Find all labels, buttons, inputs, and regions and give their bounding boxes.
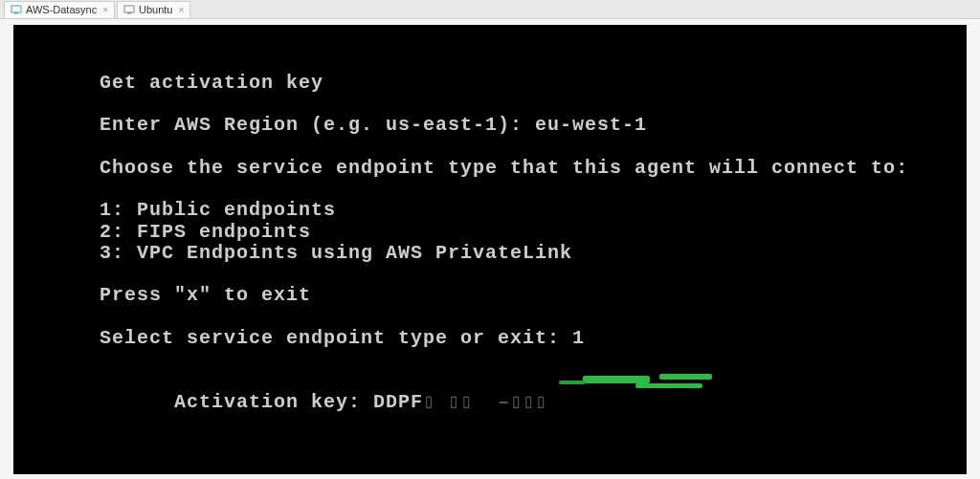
region-prompt: Enter AWS Region (e.g. us-east-1): — [100, 114, 535, 136]
close-icon[interactable]: × — [102, 5, 108, 15]
endpoint-prompt: Choose the service endpoint type that th… — [100, 158, 967, 179]
terminal-title: Get activation key — [100, 73, 967, 94]
tab-bar: AWS-Datasync × Ubuntu × — [0, 0, 980, 19]
svg-rect-3 — [127, 12, 131, 14]
activation-key-redacted: ▯ ▯▯ –▯▯▯ — [423, 391, 547, 413]
select-value: 1 — [572, 327, 585, 349]
region-line: Enter AWS Region (e.g. us-east-1): eu-we… — [100, 115, 967, 136]
option-3: 3: VPC Endpoints using AWS PrivateLink — [100, 243, 967, 264]
redaction-smear-icon — [659, 374, 712, 380]
tab-aws-datasync[interactable]: AWS-Datasync × — [4, 1, 115, 18]
svg-rect-0 — [11, 6, 21, 12]
redaction-smear-icon — [635, 383, 702, 388]
redaction-smear-icon — [583, 376, 650, 383]
activation-key-line: Activation key: DDPF▯ ▯▯ –▯▯▯ — [100, 370, 967, 474]
activation-key-label: Activation key: — [174, 391, 373, 413]
close-icon[interactable]: × — [179, 5, 185, 15]
tab-label: Ubuntu — [139, 4, 172, 15]
terminal[interactable]: Get activation key Enter AWS Region (e.g… — [13, 25, 967, 474]
region-value: eu-west-1 — [535, 114, 647, 136]
select-prompt: Select service endpoint type or exit: — [100, 327, 572, 349]
activation-key-visible: DDPF — [373, 391, 423, 413]
svg-rect-2 — [124, 6, 134, 12]
tab-ubuntu[interactable]: Ubuntu × — [117, 1, 190, 18]
terminal-wrapper: Get activation key Enter AWS Region (e.g… — [0, 19, 980, 479]
vm-icon — [123, 4, 135, 15]
tab-label: AWS-Datasync — [26, 4, 97, 15]
svg-rect-1 — [14, 12, 18, 14]
select-line: Select service endpoint type or exit: 1 — [100, 328, 967, 349]
redaction-smear-icon — [559, 381, 586, 384]
option-2: 2: FIPS endpoints — [100, 222, 967, 243]
exit-hint: Press "x" to exit — [100, 285, 967, 306]
option-1: 1: Public endpoints — [100, 200, 967, 221]
vm-icon — [11, 4, 22, 15]
